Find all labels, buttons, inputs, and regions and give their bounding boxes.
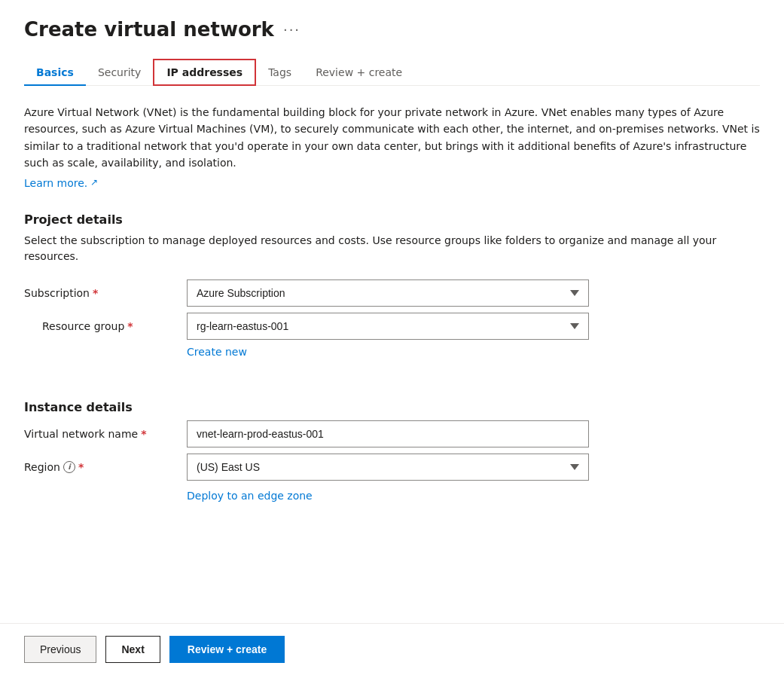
instance-details-title: Instance details bbox=[24, 400, 760, 414]
tab-ip-addresses[interactable]: IP addresses bbox=[153, 59, 256, 86]
vnet-name-label: Virtual network name * bbox=[24, 428, 175, 440]
subscription-required: * bbox=[93, 287, 98, 299]
resource-group-select[interactable]: rg-learn-eastus-001 bbox=[187, 313, 589, 340]
vnet-name-input[interactable] bbox=[187, 420, 589, 447]
instance-details-section: Instance details Virtual network name * … bbox=[24, 400, 760, 502]
project-details-desc: Select the subscription to manage deploy… bbox=[24, 233, 760, 264]
subscription-label: Subscription * bbox=[24, 287, 175, 299]
tab-security[interactable]: Security bbox=[86, 60, 154, 86]
region-label: Region i * bbox=[24, 461, 175, 473]
deploy-edge-zone-link[interactable]: Deploy to an edge zone bbox=[187, 490, 313, 502]
footer-bar: Previous Next Review + create bbox=[0, 623, 784, 675]
previous-button[interactable]: Previous bbox=[24, 636, 96, 663]
description-text: Azure Virtual Network (VNet) is the fund… bbox=[24, 104, 760, 172]
create-new-link[interactable]: Create new bbox=[187, 346, 247, 358]
project-details-title: Project details bbox=[24, 212, 760, 227]
tab-basics[interactable]: Basics bbox=[24, 60, 86, 86]
project-details-section: Project details Select the subscription … bbox=[24, 212, 760, 376]
tabs-bar: Basics Security IP addresses Tags Review… bbox=[24, 59, 760, 86]
resource-group-label: Resource group * bbox=[24, 320, 175, 332]
tab-review-create[interactable]: Review + create bbox=[304, 60, 414, 86]
external-link-icon: ↗ bbox=[90, 176, 98, 190]
region-select[interactable]: (US) East US bbox=[187, 454, 589, 481]
region-row: Region i * (US) East US bbox=[24, 454, 589, 481]
page-title: Create virtual network bbox=[24, 18, 274, 41]
review-create-button[interactable]: Review + create bbox=[169, 636, 285, 663]
region-info-icon[interactable]: i bbox=[63, 461, 75, 473]
description-block: Azure Virtual Network (VNet) is the fund… bbox=[24, 104, 760, 191]
vnet-name-row: Virtual network name * bbox=[24, 420, 589, 447]
next-button[interactable]: Next bbox=[105, 636, 160, 663]
vnet-name-required: * bbox=[141, 428, 146, 440]
tab-tags[interactable]: Tags bbox=[256, 60, 304, 86]
resource-group-row: Resource group * rg-learn-eastus-001 bbox=[24, 313, 589, 340]
ellipsis-menu[interactable]: ··· bbox=[283, 22, 300, 38]
subscription-row: Subscription * Azure Subscription bbox=[24, 279, 589, 307]
subscription-select[interactable]: Azure Subscription bbox=[187, 279, 589, 307]
region-required: * bbox=[78, 461, 84, 473]
resource-group-required: * bbox=[127, 320, 133, 332]
learn-more-link[interactable]: Learn more. ↗ bbox=[24, 175, 98, 191]
